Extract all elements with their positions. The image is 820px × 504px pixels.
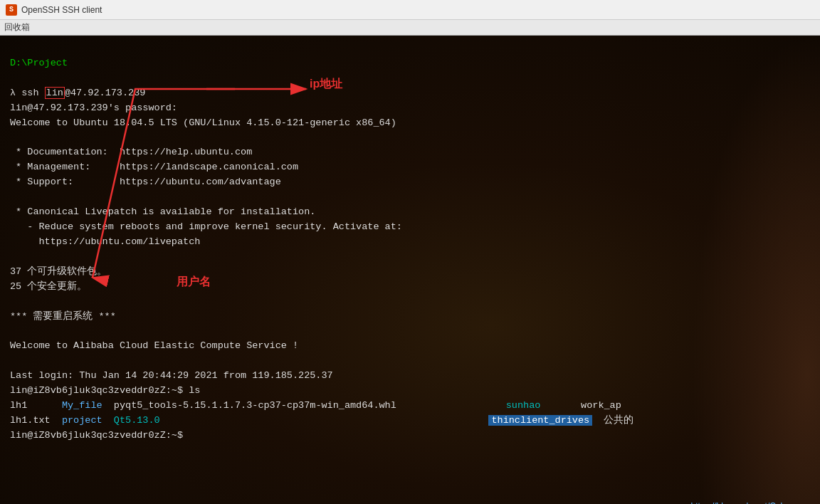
ssh-target: @47.92.173.239 (65, 88, 145, 98)
welcome-line: Welcome to Ubuntu 18.04.5 LTS (GNU/Linux… (10, 117, 396, 128)
prompt-path: D:\Project (10, 58, 68, 68)
doc-line: * Documentation: https://help.ubuntu.com (10, 147, 252, 157)
alibaba-welcome: Welcome to Alibaba Cloud Elastic Compute… (10, 340, 298, 351)
toolbar: 回收箱 (0, 20, 820, 36)
watermark: https://blog.csdn.net/C_huamao (691, 501, 811, 504)
password-prompt: lin@47.92.173.239's password: (10, 103, 177, 113)
restart-line: *** 需要重启系统 *** (10, 311, 116, 322)
final-prompt: lin@iZ8vb6jluk3qc3zveddr0zZ:~$ (10, 430, 189, 441)
prompt-symbol: λ ssh (10, 88, 45, 98)
support-line: * Support: https://ubuntu.com/advantage (10, 177, 281, 187)
livepatch-line3: https://ubuntu.com/livepatch (10, 236, 200, 247)
ls-output-row2: lh1.txt project Qt5.13.0 thinclient_driv… (10, 415, 634, 426)
security-line: 25 个安全更新。 (10, 281, 87, 292)
ls-output-row1: lh1 My_file pyqt5_tools-5.15.1.1.7.3-cp3… (10, 400, 621, 411)
window-title: OpenSSH SSH client (21, 5, 102, 15)
last-login: Last login: Thu Jan 14 20:44:29 2021 fro… (10, 370, 333, 381)
username-annotation-label: 用户名 (177, 275, 211, 290)
terminal-window: ip地址 用户名 D:\Project λ ssh lin@47.92.173.… (0, 36, 820, 504)
titlebar: S OpenSSH SSH client (0, 0, 820, 20)
ip-annotation-label: ip地址 (310, 77, 342, 92)
ls-command: lin@iZ8vb6jluk3qc3zveddr0zZ:~$ ls (10, 385, 200, 396)
toolbar-item-recycle[interactable]: 回收箱 (4, 21, 30, 33)
livepatch-line1: * Canonical Livepatch is available for i… (10, 206, 315, 217)
terminal-content[interactable]: D:\Project λ ssh lin@47.92.173.239 lin@4… (0, 36, 820, 504)
mgmt-line: * Management: https://landscape.canonica… (10, 162, 298, 172)
upgrades-line: 37 个可升级软件包。 (10, 266, 107, 277)
ssh-username-highlight: lin (45, 87, 65, 99)
livepatch-line2: - Reduce system reboots and improve kern… (10, 221, 402, 232)
app-icon: S (6, 4, 17, 16)
